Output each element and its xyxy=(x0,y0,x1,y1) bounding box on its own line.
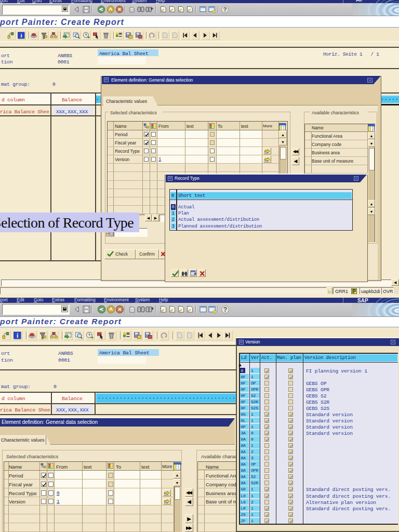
svg-text:?: ? xyxy=(223,6,227,12)
svg-text:?: ? xyxy=(223,306,227,313)
svg-text:i: i xyxy=(20,32,22,38)
